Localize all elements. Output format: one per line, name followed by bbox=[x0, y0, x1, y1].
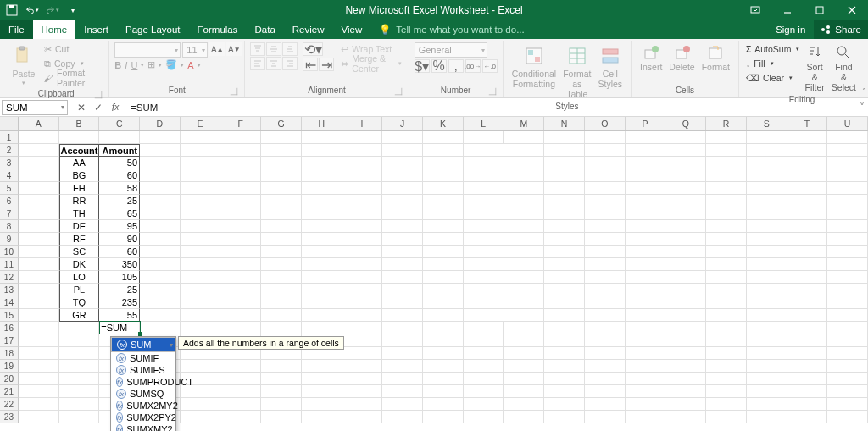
cell-C14[interactable]: 235 bbox=[99, 296, 140, 309]
cell-M23[interactable] bbox=[504, 411, 544, 423]
cell-B4[interactable]: BG bbox=[59, 169, 100, 182]
cell-U21[interactable] bbox=[827, 385, 868, 398]
cell-Q8[interactable] bbox=[665, 220, 706, 233]
cell-B23[interactable] bbox=[59, 411, 100, 423]
cell-P10[interactable] bbox=[626, 246, 666, 258]
cell-E13[interactable] bbox=[181, 284, 221, 296]
cell-G20[interactable] bbox=[261, 373, 302, 385]
cell-H11[interactable] bbox=[302, 258, 342, 271]
cell-D14[interactable] bbox=[140, 296, 181, 309]
cell-G15[interactable] bbox=[261, 309, 302, 322]
row-header-11[interactable]: 11 bbox=[0, 258, 19, 271]
increase-decimal-button[interactable]: .00→ bbox=[465, 59, 481, 73]
cell-E3[interactable] bbox=[181, 157, 221, 169]
cell-B18[interactable] bbox=[59, 347, 100, 360]
cell-L4[interactable] bbox=[464, 169, 504, 182]
delete-cells-button[interactable]: Delete bbox=[665, 42, 698, 74]
cell-F3[interactable] bbox=[220, 157, 261, 169]
align-left-button[interactable] bbox=[250, 57, 265, 70]
cell-L2[interactable] bbox=[464, 144, 504, 157]
cell-P20[interactable] bbox=[626, 373, 666, 385]
row-header-15[interactable]: 15 bbox=[0, 309, 19, 322]
cell-B13[interactable]: PL bbox=[59, 284, 100, 296]
cell-K13[interactable] bbox=[423, 284, 464, 296]
cell-Q14[interactable] bbox=[665, 296, 706, 309]
cell-N10[interactable] bbox=[544, 246, 585, 258]
cell-E21[interactable] bbox=[181, 385, 221, 398]
cell-K20[interactable] bbox=[423, 373, 464, 385]
cell-G19[interactable] bbox=[261, 360, 302, 373]
cell-P23[interactable] bbox=[626, 411, 666, 423]
decrease-indent-button[interactable]: ⇤ bbox=[303, 58, 318, 71]
cell-M15[interactable] bbox=[504, 309, 545, 322]
cell-B10[interactable]: SC bbox=[59, 246, 100, 258]
cell-Q2[interactable] bbox=[665, 144, 706, 157]
cell-J22[interactable] bbox=[382, 398, 423, 411]
cell-F2[interactable] bbox=[220, 144, 261, 157]
cell-H12[interactable] bbox=[302, 271, 342, 284]
cell-S8[interactable] bbox=[747, 220, 787, 233]
cell-P17[interactable] bbox=[626, 334, 666, 347]
column-header-I[interactable]: I bbox=[342, 117, 383, 130]
cell-Q19[interactable] bbox=[665, 360, 706, 373]
ribbon-options-icon[interactable] bbox=[739, 0, 771, 20]
cell-K19[interactable] bbox=[423, 360, 464, 373]
cell-P12[interactable] bbox=[626, 271, 666, 284]
cell-K22[interactable] bbox=[423, 398, 464, 411]
qat-customize-icon[interactable]: ▾ bbox=[66, 3, 80, 17]
cell-K15[interactable] bbox=[423, 309, 464, 322]
cell-D5[interactable] bbox=[140, 182, 181, 195]
cell-J16[interactable] bbox=[382, 322, 423, 334]
cell-M16[interactable] bbox=[504, 322, 544, 334]
cell-J19[interactable] bbox=[382, 360, 423, 373]
cell-O6[interactable] bbox=[585, 195, 626, 207]
cell-A6[interactable] bbox=[19, 195, 59, 207]
autocomplete-item-sumifs[interactable]: fxSUMIFS bbox=[111, 364, 175, 376]
cell-H15[interactable] bbox=[302, 309, 342, 322]
save-icon[interactable] bbox=[5, 3, 19, 17]
cell-F14[interactable] bbox=[220, 296, 261, 309]
minimize-icon[interactable] bbox=[771, 0, 804, 20]
cell-G4[interactable] bbox=[261, 169, 302, 182]
border-button[interactable]: ⊞ bbox=[147, 59, 155, 70]
cell-H2[interactable] bbox=[302, 144, 342, 157]
cell-M7[interactable] bbox=[504, 207, 545, 220]
close-icon[interactable] bbox=[836, 0, 868, 20]
cell-N22[interactable] bbox=[544, 398, 585, 411]
cell-P11[interactable] bbox=[626, 258, 666, 271]
cell-I17[interactable] bbox=[342, 334, 383, 347]
row-header-17[interactable]: 17 bbox=[0, 334, 19, 347]
cell-I23[interactable] bbox=[342, 411, 383, 423]
row-header-13[interactable]: 13 bbox=[0, 284, 19, 296]
cell-G1[interactable] bbox=[261, 131, 302, 144]
cell-J21[interactable] bbox=[382, 385, 423, 398]
cell-J18[interactable] bbox=[382, 347, 423, 360]
cell-B1[interactable] bbox=[59, 131, 100, 144]
increase-indent-button[interactable]: ⇥ bbox=[319, 58, 334, 71]
find-select-button[interactable]: Find & Select bbox=[828, 42, 860, 94]
maximize-icon[interactable] bbox=[804, 0, 836, 20]
cell-P14[interactable] bbox=[626, 296, 666, 309]
cell-G7[interactable] bbox=[261, 207, 302, 220]
cell-K21[interactable] bbox=[423, 385, 464, 398]
column-header-M[interactable]: M bbox=[504, 117, 545, 130]
cell-P6[interactable] bbox=[626, 195, 666, 207]
cell-F22[interactable] bbox=[220, 398, 261, 411]
cell-R10[interactable] bbox=[706, 246, 747, 258]
cell-J5[interactable] bbox=[382, 182, 423, 195]
cell-K10[interactable] bbox=[423, 246, 464, 258]
column-header-D[interactable]: D bbox=[140, 117, 181, 130]
redo-icon[interactable]: ▾ bbox=[46, 3, 59, 17]
cell-F4[interactable] bbox=[220, 169, 261, 182]
cell-S16[interactable] bbox=[747, 322, 787, 334]
cell-S1[interactable] bbox=[747, 131, 787, 144]
cell-T14[interactable] bbox=[787, 296, 828, 309]
cell-C3[interactable]: 50 bbox=[99, 157, 140, 169]
cell-J6[interactable] bbox=[382, 195, 423, 207]
cell-T4[interactable] bbox=[787, 169, 828, 182]
cell-S7[interactable] bbox=[747, 207, 787, 220]
cell-S3[interactable] bbox=[747, 157, 787, 169]
cell-Q13[interactable] bbox=[665, 284, 706, 296]
cell-U4[interactable] bbox=[827, 169, 868, 182]
align-bottom-button[interactable] bbox=[282, 42, 298, 56]
